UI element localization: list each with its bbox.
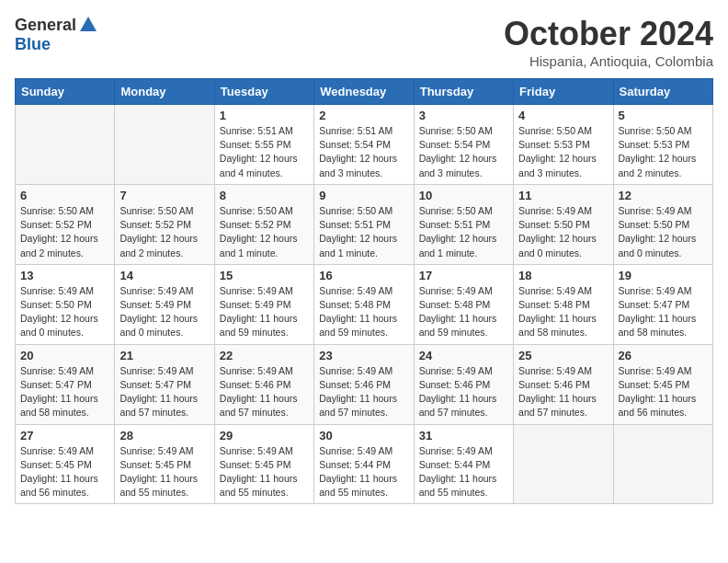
day-of-week-header: Tuesday bbox=[214, 79, 313, 105]
calendar-cell: 3Sunrise: 5:50 AM Sunset: 5:54 PM Daylig… bbox=[414, 105, 513, 185]
day-info: Sunrise: 5:49 AM Sunset: 5:50 PM Dayligh… bbox=[518, 204, 608, 260]
header: General Blue October 2024 Hispania, Anti… bbox=[15, 15, 713, 69]
calendar-cell: 6Sunrise: 5:50 AM Sunset: 5:52 PM Daylig… bbox=[16, 184, 115, 264]
day-number: 6 bbox=[20, 189, 109, 202]
day-number: 30 bbox=[319, 429, 408, 442]
calendar-cell: 30Sunrise: 5:49 AM Sunset: 5:44 PM Dayli… bbox=[314, 424, 414, 504]
day-number: 8 bbox=[220, 189, 309, 202]
day-number: 5 bbox=[619, 109, 708, 122]
calendar-cell: 25Sunrise: 5:49 AM Sunset: 5:46 PM Dayli… bbox=[514, 344, 613, 424]
day-of-week-header: Monday bbox=[115, 79, 214, 105]
day-number: 11 bbox=[518, 189, 608, 202]
day-info: Sunrise: 5:49 AM Sunset: 5:47 PM Dayligh… bbox=[20, 364, 109, 420]
calendar-cell: 14Sunrise: 5:49 AM Sunset: 5:49 PM Dayli… bbox=[115, 264, 214, 344]
day-info: Sunrise: 5:49 AM Sunset: 5:46 PM Dayligh… bbox=[518, 364, 608, 420]
calendar-week-row: 27Sunrise: 5:49 AM Sunset: 5:45 PM Dayli… bbox=[16, 424, 713, 504]
day-info: Sunrise: 5:50 AM Sunset: 5:52 PM Dayligh… bbox=[119, 204, 209, 260]
day-info: Sunrise: 5:49 AM Sunset: 5:45 PM Dayligh… bbox=[119, 444, 209, 500]
day-number: 1 bbox=[220, 109, 309, 122]
calendar-cell: 8Sunrise: 5:50 AM Sunset: 5:52 PM Daylig… bbox=[214, 184, 313, 264]
calendar-cell bbox=[514, 424, 613, 504]
day-info: Sunrise: 5:49 AM Sunset: 5:48 PM Dayligh… bbox=[419, 284, 508, 340]
day-number: 13 bbox=[20, 269, 109, 282]
calendar-header-row: SundayMondayTuesdayWednesdayThursdayFrid… bbox=[16, 79, 713, 105]
day-info: Sunrise: 5:49 AM Sunset: 5:49 PM Dayligh… bbox=[220, 284, 309, 340]
calendar-cell: 29Sunrise: 5:49 AM Sunset: 5:45 PM Dayli… bbox=[214, 424, 313, 504]
calendar-cell: 9Sunrise: 5:50 AM Sunset: 5:51 PM Daylig… bbox=[314, 184, 414, 264]
day-number: 23 bbox=[319, 349, 408, 362]
calendar-cell bbox=[115, 105, 214, 185]
day-number: 2 bbox=[319, 109, 408, 122]
logo-general-text: General bbox=[15, 16, 76, 35]
day-number: 31 bbox=[419, 429, 508, 442]
day-info: Sunrise: 5:49 AM Sunset: 5:50 PM Dayligh… bbox=[619, 204, 708, 260]
logo: General Blue bbox=[15, 15, 98, 54]
calendar-cell bbox=[16, 105, 115, 185]
day-info: Sunrise: 5:49 AM Sunset: 5:44 PM Dayligh… bbox=[419, 444, 508, 500]
day-number: 17 bbox=[419, 269, 508, 282]
calendar-cell: 19Sunrise: 5:49 AM Sunset: 5:47 PM Dayli… bbox=[613, 264, 712, 344]
day-info: Sunrise: 5:49 AM Sunset: 5:47 PM Dayligh… bbox=[619, 284, 708, 340]
day-number: 4 bbox=[518, 109, 608, 122]
calendar-cell: 12Sunrise: 5:49 AM Sunset: 5:50 PM Dayli… bbox=[613, 184, 712, 264]
day-info: Sunrise: 5:49 AM Sunset: 5:48 PM Dayligh… bbox=[518, 284, 608, 340]
day-number: 25 bbox=[518, 349, 608, 362]
calendar-cell: 13Sunrise: 5:49 AM Sunset: 5:50 PM Dayli… bbox=[16, 264, 115, 344]
calendar-cell: 7Sunrise: 5:50 AM Sunset: 5:52 PM Daylig… bbox=[115, 184, 214, 264]
day-info: Sunrise: 5:50 AM Sunset: 5:51 PM Dayligh… bbox=[319, 204, 408, 260]
logo-icon bbox=[78, 15, 98, 35]
day-info: Sunrise: 5:49 AM Sunset: 5:50 PM Dayligh… bbox=[20, 284, 109, 340]
day-number: 12 bbox=[619, 189, 708, 202]
day-info: Sunrise: 5:50 AM Sunset: 5:53 PM Dayligh… bbox=[619, 124, 708, 180]
calendar-cell: 27Sunrise: 5:49 AM Sunset: 5:45 PM Dayli… bbox=[16, 424, 115, 504]
calendar-cell: 2Sunrise: 5:51 AM Sunset: 5:54 PM Daylig… bbox=[314, 105, 414, 185]
day-info: Sunrise: 5:50 AM Sunset: 5:54 PM Dayligh… bbox=[419, 124, 508, 180]
day-info: Sunrise: 5:49 AM Sunset: 5:46 PM Dayligh… bbox=[419, 364, 508, 420]
calendar-cell: 18Sunrise: 5:49 AM Sunset: 5:48 PM Dayli… bbox=[514, 264, 613, 344]
day-info: Sunrise: 5:49 AM Sunset: 5:46 PM Dayligh… bbox=[220, 364, 309, 420]
day-number: 28 bbox=[119, 429, 209, 442]
day-info: Sunrise: 5:50 AM Sunset: 5:51 PM Dayligh… bbox=[419, 204, 508, 260]
day-number: 24 bbox=[419, 349, 508, 362]
day-info: Sunrise: 5:49 AM Sunset: 5:45 PM Dayligh… bbox=[619, 364, 708, 420]
calendar-cell: 11Sunrise: 5:49 AM Sunset: 5:50 PM Dayli… bbox=[514, 184, 613, 264]
day-info: Sunrise: 5:49 AM Sunset: 5:45 PM Dayligh… bbox=[20, 444, 109, 500]
calendar-cell: 24Sunrise: 5:49 AM Sunset: 5:46 PM Dayli… bbox=[414, 344, 513, 424]
day-number: 9 bbox=[319, 189, 408, 202]
calendar-cell: 22Sunrise: 5:49 AM Sunset: 5:46 PM Dayli… bbox=[214, 344, 313, 424]
day-of-week-header: Wednesday bbox=[314, 79, 414, 105]
day-number: 14 bbox=[119, 269, 209, 282]
calendar-cell: 26Sunrise: 5:49 AM Sunset: 5:45 PM Dayli… bbox=[613, 344, 712, 424]
day-number: 21 bbox=[119, 349, 209, 362]
day-number: 7 bbox=[119, 189, 209, 202]
day-number: 20 bbox=[20, 349, 109, 362]
day-number: 3 bbox=[419, 109, 508, 122]
calendar-cell bbox=[613, 424, 712, 504]
day-info: Sunrise: 5:49 AM Sunset: 5:47 PM Dayligh… bbox=[119, 364, 209, 420]
day-number: 19 bbox=[619, 269, 708, 282]
calendar-cell: 20Sunrise: 5:49 AM Sunset: 5:47 PM Dayli… bbox=[16, 344, 115, 424]
day-number: 29 bbox=[220, 429, 309, 442]
day-info: Sunrise: 5:49 AM Sunset: 5:46 PM Dayligh… bbox=[319, 364, 408, 420]
calendar-cell: 23Sunrise: 5:49 AM Sunset: 5:46 PM Dayli… bbox=[314, 344, 414, 424]
day-of-week-header: Friday bbox=[514, 79, 613, 105]
calendar-cell: 1Sunrise: 5:51 AM Sunset: 5:55 PM Daylig… bbox=[214, 105, 313, 185]
day-info: Sunrise: 5:50 AM Sunset: 5:52 PM Dayligh… bbox=[20, 204, 109, 260]
calendar-table: SundayMondayTuesdayWednesdayThursdayFrid… bbox=[15, 78, 713, 504]
day-of-week-header: Thursday bbox=[414, 79, 513, 105]
calendar-cell: 15Sunrise: 5:49 AM Sunset: 5:49 PM Dayli… bbox=[214, 264, 313, 344]
day-of-week-header: Saturday bbox=[613, 79, 712, 105]
day-info: Sunrise: 5:51 AM Sunset: 5:54 PM Dayligh… bbox=[319, 124, 408, 180]
calendar-cell: 31Sunrise: 5:49 AM Sunset: 5:44 PM Dayli… bbox=[414, 424, 513, 504]
calendar-week-row: 13Sunrise: 5:49 AM Sunset: 5:50 PM Dayli… bbox=[16, 264, 713, 344]
day-number: 26 bbox=[619, 349, 708, 362]
title-area: October 2024 Hispania, Antioquia, Colomb… bbox=[504, 15, 713, 69]
day-number: 27 bbox=[20, 429, 109, 442]
day-number: 15 bbox=[220, 269, 309, 282]
calendar-cell: 4Sunrise: 5:50 AM Sunset: 5:53 PM Daylig… bbox=[514, 105, 613, 185]
day-number: 22 bbox=[220, 349, 309, 362]
calendar-cell: 10Sunrise: 5:50 AM Sunset: 5:51 PM Dayli… bbox=[414, 184, 513, 264]
svg-marker-0 bbox=[80, 17, 97, 31]
day-number: 16 bbox=[319, 269, 408, 282]
calendar-cell: 16Sunrise: 5:49 AM Sunset: 5:48 PM Dayli… bbox=[314, 264, 414, 344]
